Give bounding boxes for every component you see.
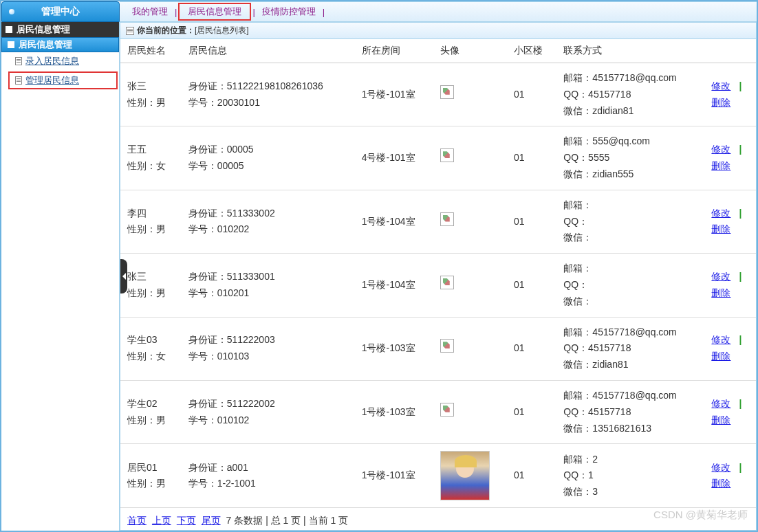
decoration-circle-icon — [9, 9, 14, 14]
cell-info: 身份证：511222198108261036学号：20030101 — [182, 63, 355, 126]
cell-building: 01 — [507, 254, 556, 317]
cell-building: 01 — [507, 126, 556, 190]
sidebar-link[interactable]: 管理居民信息 — [25, 74, 79, 87]
collapse-handle-icon[interactable] — [120, 259, 127, 293]
broken-image-icon — [440, 403, 454, 417]
delete-link[interactable]: 删除 — [711, 351, 730, 362]
cell-building: 01 — [507, 380, 556, 443]
delete-link[interactable]: 删除 — [711, 160, 730, 171]
cell-room: 1号楼-104室 — [355, 254, 433, 317]
nav-separator: | — [173, 7, 178, 17]
edit-link[interactable]: 修改 — [711, 80, 730, 91]
pager-last[interactable]: 尾页 — [202, 515, 221, 526]
pager-prev[interactable]: 上页 — [152, 515, 171, 526]
table-row: 王五性别：女身份证：00005学号：000054号楼-101室01邮箱：555@… — [120, 126, 756, 190]
table-wrapper: 居民姓名居民信息所在房间头像小区楼联系方式 张三性别：男身份证：51122219… — [120, 39, 756, 530]
pager: 首页 上页 下页 尾页 7 条数据 | 总 1 页 | 当前 1 页 — [120, 508, 756, 530]
sidebar-title: 居民信息管理 — [17, 23, 70, 36]
breadcrumb-path: [居民信息列表] — [195, 25, 249, 36]
delete-link[interactable]: 删除 — [711, 97, 730, 108]
residents-table: 居民姓名居民信息所在房间头像小区楼联系方式 张三性别：男身份证：51122219… — [120, 39, 756, 508]
cell-name: 王五性别：女 — [120, 126, 182, 190]
cell-info: 身份证：511333002学号：010202 — [182, 190, 355, 253]
action-separator: | — [739, 462, 741, 473]
edit-link[interactable]: 修改 — [711, 398, 730, 409]
cell-contact: 邮箱：45157718@qq.comQQ：45157718微信：zidian81 — [556, 317, 704, 380]
column-header: 小区楼 — [507, 39, 556, 63]
sidebar-item: 管理居民信息 — [8, 71, 118, 89]
cell-name: 学生02性别：男 — [120, 380, 182, 443]
cell-name: 张三性别：男 — [120, 63, 182, 126]
action-separator: | — [739, 208, 741, 219]
table-row: 李四性别：男身份证：511333002学号：0102021号楼-104室01邮箱… — [120, 190, 756, 253]
sidebar-item: 录入居民信息 — [1, 52, 119, 70]
cell-room: 1号楼-101室 — [355, 444, 433, 508]
cell-avatar — [433, 126, 507, 190]
cell-room: 1号楼-103室 — [355, 380, 433, 443]
sidebar-title-bar: 居民信息管理 — [1, 22, 119, 37]
cell-actions: 修改|删除 — [704, 126, 756, 190]
cell-contact: 邮箱：45157718@qq.comQQ：45157718微信：13516821… — [556, 380, 704, 443]
cell-name: 学生03性别：女 — [120, 317, 182, 380]
breadcrumb-prefix: 你当前的位置： — [137, 25, 195, 36]
main-panel: 你当前的位置： [居民信息列表] 居民姓名居民信息所在房间头像小区楼联系方式 张… — [120, 22, 757, 531]
column-header: 联系方式 — [556, 39, 704, 63]
cell-room: 1号楼-103室 — [355, 317, 433, 380]
broken-image-icon — [440, 148, 454, 162]
broken-image-icon — [440, 85, 454, 99]
cell-contact: 邮箱：555@qq.comQQ：5555微信：zidian555 — [556, 126, 704, 190]
top-nav: 我的管理|居民信息管理|疫情防控管理| — [120, 1, 757, 22]
pager-first[interactable]: 首页 — [127, 515, 147, 526]
column-header — [704, 39, 756, 63]
pager-next[interactable]: 下页 — [177, 515, 196, 526]
sidebar-link[interactable]: 录入居民信息 — [25, 55, 79, 67]
table-row: 学生03性别：女身份证：511222003学号：0101031号楼-103室01… — [120, 317, 756, 380]
cell-actions: 修改|删除 — [704, 380, 756, 443]
table-row: 学生02性别：男身份证：511222002学号：0101021号楼-103室01… — [120, 380, 756, 443]
cell-room: 1号楼-101室 — [355, 63, 433, 126]
cell-actions: 修改|删除 — [704, 317, 756, 380]
table-row: 张三性别：男身份证：511222198108261036学号：200301011… — [120, 63, 756, 126]
column-header: 居民姓名 — [120, 39, 182, 63]
top-nav-item[interactable]: 我的管理 — [127, 5, 173, 18]
page-icon — [126, 27, 134, 35]
table-row: 张三性别：男身份证：511333001学号：0102011号楼-104室01邮箱… — [120, 254, 756, 317]
cell-building: 01 — [507, 190, 556, 253]
top-nav-item[interactable]: 居民信息管理 — [182, 6, 247, 16]
header-title: 管理中心 — [41, 5, 80, 18]
delete-link[interactable]: 删除 — [711, 414, 730, 425]
action-separator: | — [739, 271, 741, 282]
cell-contact: 邮箱：2QQ：1微信：3 — [556, 444, 704, 508]
cell-building: 01 — [507, 317, 556, 380]
nav-separator: | — [251, 7, 256, 17]
top-nav-item[interactable]: 疫情防控管理 — [257, 5, 321, 18]
pager-summary: 7 条数据 | 总 1 页 | 当前 1 页 — [226, 515, 349, 526]
edit-link[interactable]: 修改 — [711, 334, 730, 345]
delete-link[interactable]: 删除 — [711, 223, 730, 234]
management-center-header: 管理中心 — [1, 1, 120, 22]
delete-link[interactable]: 删除 — [711, 287, 730, 298]
action-separator: | — [739, 398, 741, 409]
cell-info: 身份证：511222002学号：010102 — [182, 380, 355, 443]
cell-building: 01 — [507, 444, 556, 508]
edit-link[interactable]: 修改 — [711, 271, 730, 282]
cell-name: 居民01性别：男 — [120, 444, 182, 508]
document-icon — [8, 41, 14, 48]
cell-avatar — [433, 190, 507, 253]
column-header: 居民信息 — [182, 39, 355, 63]
edit-link[interactable]: 修改 — [711, 208, 730, 219]
edit-link[interactable]: 修改 — [711, 462, 730, 473]
column-header: 头像 — [433, 39, 507, 63]
sidebar: 居民信息管理 居民信息管理 录入居民信息管理居民信息 — [1, 22, 120, 531]
grid-icon — [6, 26, 12, 33]
cell-name: 李四性别：男 — [120, 190, 182, 253]
breadcrumb: 你当前的位置： [居民信息列表] — [120, 23, 756, 39]
action-separator: | — [739, 144, 741, 155]
cell-contact: 邮箱：QQ：微信： — [556, 190, 704, 253]
document-icon — [15, 76, 22, 85]
delete-link[interactable]: 删除 — [711, 478, 730, 489]
sidebar-subtitle-bar[interactable]: 居民信息管理 — [1, 37, 119, 52]
edit-link[interactable]: 修改 — [711, 144, 730, 155]
cell-avatar — [433, 380, 507, 443]
action-separator: | — [739, 80, 741, 91]
